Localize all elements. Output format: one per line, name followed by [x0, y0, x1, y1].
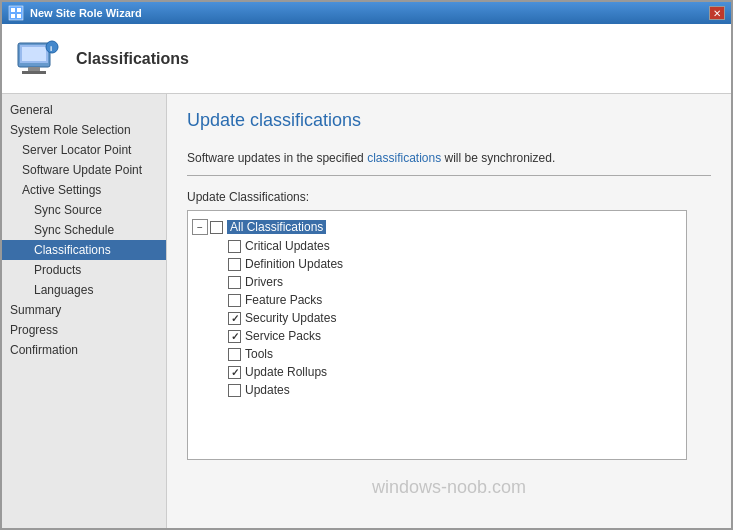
sidebar-item-products[interactable]: Products: [2, 260, 166, 280]
tree-item: Update Rollups: [192, 363, 682, 381]
info-prefix: Software updates in the specified: [187, 151, 367, 165]
tree-checkbox-feature-packs[interactable]: [228, 294, 241, 307]
header-icon: i: [14, 35, 62, 83]
watermark: windows-noob.com: [372, 477, 526, 498]
wizard-header: i Classifications: [2, 24, 731, 94]
sidebar-item-confirmation[interactable]: Confirmation: [2, 340, 166, 360]
tree-item: Updates: [192, 381, 682, 399]
tree-checkbox-updates[interactable]: [228, 384, 241, 397]
tree-item: Drivers: [192, 273, 682, 291]
svg-rect-9: [22, 71, 46, 74]
tree-root-item: − All Classifications: [192, 217, 682, 237]
sidebar-item-classifications[interactable]: Classifications: [2, 240, 166, 260]
sidebar-item-system-role-selection[interactable]: System Role Selection: [2, 120, 166, 140]
wizard-window: New Site Role Wizard ✕ i Classifications…: [0, 0, 733, 530]
tree-item: Critical Updates: [192, 237, 682, 255]
tree-checkbox-drivers[interactable]: [228, 276, 241, 289]
tree-checkbox-security-updates[interactable]: [228, 312, 241, 325]
header-title: Classifications: [76, 50, 189, 68]
page-heading: Update classifications: [187, 110, 711, 131]
window-title: New Site Role Wizard: [30, 7, 142, 19]
tree-item-label[interactable]: Drivers: [245, 275, 283, 289]
svg-rect-3: [11, 14, 15, 18]
title-bar-left: New Site Role Wizard: [8, 5, 142, 21]
info-link: classifications: [367, 151, 441, 165]
tree-checkbox-definition-updates[interactable]: [228, 258, 241, 271]
sidebar-item-server-locator-point[interactable]: Server Locator Point: [2, 140, 166, 160]
tree-checkbox-tools[interactable]: [228, 348, 241, 361]
sidebar-item-general[interactable]: General: [2, 100, 166, 120]
sidebar-item-languages[interactable]: Languages: [2, 280, 166, 300]
tree-item-label[interactable]: Tools: [245, 347, 273, 361]
sidebar-item-summary[interactable]: Summary: [2, 300, 166, 320]
tree-item: Definition Updates: [192, 255, 682, 273]
tree-root-checkbox[interactable]: [210, 221, 223, 234]
title-bar: New Site Role Wizard ✕: [2, 2, 731, 24]
sidebar-item-software-update-point[interactable]: Software Update Point: [2, 160, 166, 180]
tree-container: − All Classifications Critical UpdatesDe…: [187, 210, 687, 460]
tree-item-label[interactable]: Service Packs: [245, 329, 321, 343]
tree-item: Feature Packs: [192, 291, 682, 309]
tree-item: Tools: [192, 345, 682, 363]
tree-expander[interactable]: −: [192, 219, 208, 235]
tree-children: Critical UpdatesDefinition UpdatesDriver…: [192, 237, 682, 399]
tree-checkbox-service-packs[interactable]: [228, 330, 241, 343]
sidebar-item-sync-schedule[interactable]: Sync Schedule: [2, 220, 166, 240]
tree-item-label[interactable]: Update Rollups: [245, 365, 327, 379]
close-button[interactable]: ✕: [709, 6, 725, 20]
sidebar-item-active-settings[interactable]: Active Settings: [2, 180, 166, 200]
tree-checkbox-critical-updates[interactable]: [228, 240, 241, 253]
classifications-label: Update Classifications:: [187, 190, 711, 204]
main-content: Update classifications Software updates …: [167, 94, 731, 528]
sidebar-item-progress[interactable]: Progress: [2, 320, 166, 340]
tree-item-label[interactable]: Critical Updates: [245, 239, 330, 253]
content-area: GeneralSystem Role SelectionServer Locat…: [2, 94, 731, 528]
sidebar: GeneralSystem Role SelectionServer Locat…: [2, 94, 167, 528]
svg-rect-2: [17, 8, 21, 12]
svg-text:i: i: [50, 44, 52, 53]
tree-item-label[interactable]: Definition Updates: [245, 257, 343, 271]
tree-item: Service Packs: [192, 327, 682, 345]
svg-rect-7: [22, 47, 46, 61]
tree-item-label[interactable]: Feature Packs: [245, 293, 322, 307]
info-text: Software updates in the specified classi…: [187, 151, 711, 176]
svg-rect-1: [11, 8, 15, 12]
svg-rect-8: [28, 67, 40, 71]
window-icon: [8, 5, 24, 21]
tree-checkbox-update-rollups[interactable]: [228, 366, 241, 379]
svg-rect-4: [17, 14, 21, 18]
tree-root-label[interactable]: All Classifications: [227, 220, 326, 234]
info-suffix: will be synchronized.: [441, 151, 555, 165]
sidebar-item-sync-source[interactable]: Sync Source: [2, 200, 166, 220]
tree-item-label[interactable]: Security Updates: [245, 311, 336, 325]
tree-item: Security Updates: [192, 309, 682, 327]
tree-item-label[interactable]: Updates: [245, 383, 290, 397]
